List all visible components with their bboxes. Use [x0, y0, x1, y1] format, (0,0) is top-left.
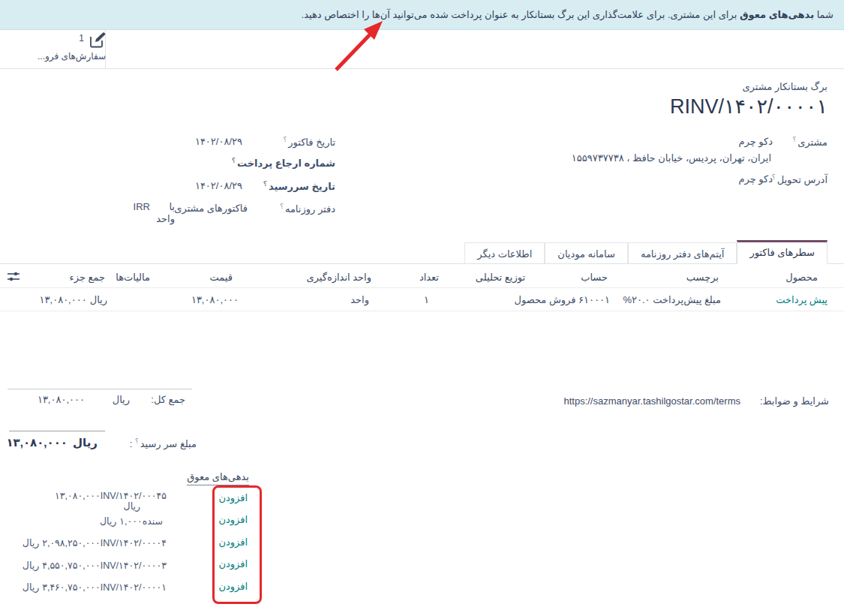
- debt-currency: ریال: [124, 501, 140, 512]
- doc-number[interactable]: RINV/۱۴۰۲/۰۰۰۰۱: [670, 95, 827, 119]
- col-header-price: قیمت: [210, 272, 233, 283]
- total-currency: ریال: [113, 394, 130, 405]
- customer-value[interactable]: دکو چرم: [738, 136, 773, 147]
- total-amount: ۱۳,۰۸۰,۰۰۰: [38, 394, 85, 405]
- notebook-tabs: سطرهای فاکتور آیتم‌های دفتر روزنامه ساما…: [464, 241, 827, 264]
- banner-text-bold: بدهی‌های معوق: [740, 9, 814, 20]
- debt-amount: ۲,۰۹۸,۲۵۰,۰۰۰: [42, 538, 101, 548]
- debt-currency: ریال: [23, 581, 39, 593]
- debt-currency: ریال: [100, 515, 116, 527]
- col-header-uom: واحد اندازه‌گیری: [306, 272, 371, 283]
- total-label: جمع کل:: [151, 394, 185, 405]
- debt-amount: ۳,۴۶۰,۷۵۰,۰۰۰: [42, 582, 101, 593]
- invoice-date-value[interactable]: ۱۴۰۲/۰۸/۲۹: [195, 136, 242, 147]
- help-marker: ؟: [280, 203, 284, 210]
- outstanding-debt-row: ۱۳,۰۸۰,۰۰۰INV/۱۴۰۲/۰۰۰۴۵ ریال: [55, 491, 167, 512]
- debt-ref: INV/۱۴۰۲/۰۰۰۰۱: [101, 582, 167, 593]
- amount-due-label: مبلغ سر رسید؟ :: [130, 437, 197, 449]
- outstanding-debts-title: بدهی‌های معوق: [187, 471, 249, 485]
- line-subtotal-amount: ۱۳,۰۸۰,۰۰۰: [40, 294, 87, 305]
- line-subtotal-currency: ریال: [90, 294, 107, 305]
- payment-reference-field[interactable]: [152, 157, 242, 169]
- line-label[interactable]: مبلغ پیش‌پرداخت ۲۰.۰%: [623, 294, 721, 305]
- help-marker: ؟: [263, 180, 267, 188]
- due-date-label: تاریخ سررسید؟: [263, 180, 335, 192]
- tab-journal-items[interactable]: آیتم‌های دفتر روزنامه: [628, 242, 737, 264]
- col-header-label: برچسب: [686, 272, 719, 283]
- outstanding-debt-row: ریال ۱,۰۰۰سنده: [100, 515, 163, 527]
- help-marker: ؟: [792, 136, 796, 143]
- debt-ref: سنده: [143, 516, 163, 527]
- line-uom[interactable]: واحد: [350, 294, 369, 305]
- optional-columns-icon[interactable]: [6, 270, 21, 286]
- col-header-analytic: توزیع تحلیلی: [476, 272, 525, 283]
- line-quantity[interactable]: ۱: [424, 294, 429, 305]
- delivery-address-label: آدرس تحویل؟: [772, 173, 827, 185]
- col-header-account: حساب: [581, 272, 608, 283]
- smart-button-bar: 1 سفارش‌های فرو...: [0, 30, 844, 69]
- outstanding-debts-banner: شما بدهی‌های معوق برای این مشتری. برای ع…: [0, 0, 844, 30]
- divider: [0, 311, 844, 311]
- tab-invoice-lines[interactable]: سطرهای فاکتور: [737, 240, 827, 264]
- help-marker: ؟: [135, 437, 139, 445]
- annotation-arrow: [319, 11, 401, 81]
- outstanding-debt-row: ریال ۲,۰۹۸,۲۵۰,۰۰۰INV/۱۴۰۲/۰۰۰۰۴: [23, 537, 167, 548]
- outstanding-debt-row: ریال ۳,۴۶۰,۷۵۰,۰۰۰INV/۱۴۰۲/۰۰۰۰۱: [23, 581, 167, 593]
- customer-label: مشتری؟: [792, 136, 827, 148]
- debt-currency: ریال: [23, 537, 39, 548]
- smart-button-count: 1: [79, 33, 84, 44]
- help-marker: ؟: [283, 136, 287, 143]
- line-product[interactable]: پیش پرداخت: [776, 294, 827, 305]
- line-subtotal: ۱۳,۰۸۰,۰۰۰ ریال: [40, 294, 107, 305]
- journal-currency-code[interactable]: IRR: [134, 201, 150, 212]
- smart-button-label: سفارش‌های فرو...: [38, 51, 107, 62]
- line-price[interactable]: ۱۳,۰۸۰,۰۰۰: [191, 294, 239, 305]
- banner-text-pre: شما: [814, 9, 833, 20]
- terms-link[interactable]: https://sazmanyar.tashilgostar.com/terms: [563, 395, 740, 407]
- annotation-highlight-box: [212, 485, 262, 604]
- col-header-product: محصول: [785, 272, 818, 283]
- tab-bar-divider: [0, 263, 844, 264]
- col-header-subtotal: جمع جزء: [70, 272, 105, 283]
- sales-orders-smart-button[interactable]: 1 سفارش‌های فرو...: [38, 32, 107, 67]
- pencil-square-icon: [89, 32, 107, 51]
- journal-label: دفتر روزنامه؟: [280, 203, 335, 215]
- delivery-address-value[interactable]: دکو چرم: [738, 173, 773, 185]
- payment-reference-label: شماره ارجاع پرداخت؟: [232, 157, 335, 169]
- debt-ref: INV/۱۴۰۲/۰۰۰۰۳: [101, 560, 167, 571]
- tab-moadian-system[interactable]: سامانه مودیان: [545, 242, 628, 264]
- debt-currency: ریال: [23, 560, 39, 571]
- doc-type-label: برگ بستانکار مشتری: [742, 81, 827, 92]
- invoice-date-label: تاریخ فاکتور؟: [283, 136, 335, 148]
- journal-currency-note: با واحد: [149, 201, 175, 225]
- due-date-value[interactable]: ۱۴۰۲/۰۸/۲۹: [195, 180, 242, 191]
- journal-value[interactable]: فاکتورهای مشتری: [174, 203, 248, 214]
- debt-amount: ۱,۰۰۰: [119, 516, 142, 527]
- col-header-quantity: تعداد: [419, 272, 439, 283]
- debt-ref: INV/۱۴۰۲/۰۰۰۰۴: [101, 538, 167, 548]
- debt-amount: ۴,۵۵۰,۷۵۰,۰۰۰: [42, 560, 101, 571]
- amount-due-value: ۱۳,۰۸۰,۰۰۰: [6, 436, 68, 449]
- debt-ref: INV/۱۴۰۲/۰۰۰۴۵: [101, 491, 167, 501]
- divider: [8, 389, 192, 389]
- line-account[interactable]: ۶۱۰۰۰۱ فروش محصول: [515, 294, 610, 305]
- tab-other-info[interactable]: اطلاعات دیگر: [464, 242, 545, 264]
- debt-amount: ۱۳,۰۸۰,۰۰۰: [55, 491, 101, 501]
- col-header-taxes: مالیات‌ها: [116, 272, 150, 283]
- outstanding-debt-row: ریال ۴,۵۵۰,۷۵۰,۰۰۰INV/۱۴۰۲/۰۰۰۰۳: [23, 560, 167, 571]
- credit-note-form: شما بدهی‌های معوق برای این مشتری. برای ع…: [0, 0, 844, 616]
- customer-address: ایران، تهران، پردیس، خیابان حافظ ، ۱۵۵۹۷…: [572, 152, 771, 164]
- amount-due-currency: ریال: [73, 436, 98, 449]
- divider: [9, 431, 105, 431]
- terms-label: شرایط و ضوابط:: [760, 395, 829, 407]
